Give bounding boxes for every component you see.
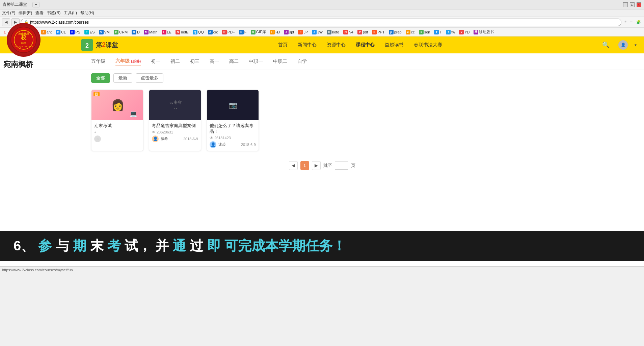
- grade-6[interactable]: 六年级 (必修): [115, 57, 141, 66]
- nav-reading[interactable]: 益超读书: [385, 41, 404, 49]
- bm-jw[interactable]: JJW: [310, 29, 324, 35]
- filter-all[interactable]: 全部: [91, 73, 110, 83]
- course-thumb-2: 云南省 • •: [149, 90, 201, 120]
- website-content: 2 第2课堂 首页 新闻中心 资源中心 课程中心 益超读书 春联书法大赛 🔍 👤…: [0, 36, 644, 266]
- maximize-btn[interactable]: □: [630, 2, 635, 7]
- cartoon-icon: 👩: [111, 99, 125, 112]
- bm-ps[interactable]: PPS: [68, 29, 82, 35]
- course-date-3: 2018-6-9: [241, 143, 256, 147]
- bm-math[interactable]: MMath: [142, 29, 159, 35]
- titlebar-right: — □ ×: [623, 2, 641, 7]
- bm-yd[interactable]: YYD: [457, 29, 471, 35]
- bm-crm[interactable]: CCRM: [112, 29, 129, 35]
- menu-dots-icon[interactable]: ⋯: [629, 20, 635, 25]
- course-author-2: 👤 薇希 2018-6-9: [152, 135, 198, 142]
- bm-wd[interactable]: WWD: [8, 29, 23, 35]
- close-btn[interactable]: ×: [637, 2, 641, 7]
- bm-hj[interactable]: HHJ: [268, 29, 281, 35]
- bm-es[interactable]: EES: [83, 29, 97, 35]
- bm-sen[interactable]: ssen: [417, 29, 432, 35]
- grade-voc1[interactable]: 中职一: [249, 57, 263, 66]
- banner-text11: 可完成本学期任务！: [224, 238, 346, 253]
- bm-jp[interactable]: JJP: [296, 29, 310, 35]
- bm-le[interactable]: LLE: [160, 29, 173, 35]
- bm-tw[interactable]: ttw: [444, 29, 457, 35]
- bm-d[interactable]: DD: [130, 29, 141, 35]
- current-page-btn[interactable]: 1: [300, 161, 309, 170]
- prev-page-btn[interactable]: ◀: [289, 161, 298, 170]
- back-btn[interactable]: ◀: [2, 18, 10, 26]
- url-input[interactable]: [30, 20, 618, 25]
- author-name-3: 沐裘: [218, 142, 226, 147]
- bm-cc[interactable]: ccc: [404, 29, 417, 35]
- bm-wc[interactable]: WWC: [24, 29, 38, 35]
- bm-jlpt[interactable]: Jjlpt: [282, 29, 296, 35]
- menu-help[interactable]: 帮助(H): [80, 10, 94, 16]
- menu-tools[interactable]: 工具(L): [64, 10, 77, 16]
- forward-btn[interactable]: ▶: [11, 18, 20, 26]
- bm-ppt[interactable]: PPPT: [370, 29, 386, 35]
- bm-qq[interactable]: QQQ: [191, 29, 206, 35]
- course-card-1[interactable]: 👩 💻 🖼 期末考试 ● ○: [91, 90, 143, 151]
- bm-ant[interactable]: aant: [39, 29, 53, 35]
- new-tab-btn[interactable]: +: [32, 2, 39, 7]
- nav-calligraphy[interactable]: 春联书法大赛: [414, 41, 442, 49]
- province-text: 云南省: [169, 100, 182, 105]
- search-icon[interactable]: 🔍: [602, 41, 610, 49]
- bm-mobile[interactable]: 移移动版书: [472, 29, 495, 35]
- menu-bookmarks[interactable]: 书签(B): [47, 10, 60, 16]
- nav-resources[interactable]: 资源中心: [327, 41, 346, 49]
- minimize-btn[interactable]: —: [623, 2, 628, 7]
- dropdown-arrow-icon[interactable]: ▼: [634, 43, 637, 47]
- next-page-btn[interactable]: ▶: [312, 161, 321, 170]
- grade-senior2[interactable]: 高二: [229, 57, 239, 66]
- filter-popular[interactable]: 点击最多: [136, 73, 163, 83]
- grade-junior3[interactable]: 初三: [190, 57, 199, 66]
- menu-bar: 文件(F) 编辑(E) 查看 书签(B) 工具(L) 帮助(H): [0, 9, 644, 17]
- bm-pdf-big[interactable]: PPDF: [220, 29, 237, 35]
- views-count-3: 26181423: [214, 136, 231, 140]
- course-author-1: ○: [94, 135, 140, 142]
- filter-latest[interactable]: 最新: [113, 73, 132, 83]
- grade-junior2[interactable]: 初二: [170, 57, 180, 66]
- bm-gif[interactable]: GGIF库: [249, 29, 268, 35]
- bm-1[interactable]: 1: [2, 29, 7, 35]
- bm-f[interactable]: FF: [237, 29, 248, 35]
- grade-voc2[interactable]: 中职二: [273, 57, 287, 66]
- logo-area: 2 第2课堂: [81, 39, 118, 51]
- page-jump-input[interactable]: [335, 162, 348, 170]
- course-card-3[interactable]: 📷 他们怎么了？请远离毒品！ 👁 26181423 👤 沐裘 2018-6-9: [207, 90, 259, 151]
- extension-icon[interactable]: 🧩: [635, 20, 642, 25]
- bm-koto[interactable]: kkoto: [325, 29, 341, 35]
- nav-courses[interactable]: 课程中心: [356, 41, 375, 49]
- menu-view[interactable]: 查看: [35, 10, 44, 16]
- avatar-icon: 👤: [621, 43, 626, 47]
- user-avatar[interactable]: 👤: [618, 40, 628, 50]
- address-bar[interactable]: 🔒: [21, 19, 621, 26]
- bm-pdf[interactable]: Ppdf: [356, 29, 370, 35]
- bm-nete[interactable]: NnetE: [174, 29, 190, 35]
- menu-edit[interactable]: 编辑(E): [19, 10, 32, 16]
- menu-file[interactable]: 文件(F): [2, 10, 15, 16]
- bm-dic[interactable]: ddic: [206, 29, 220, 35]
- bm-vm[interactable]: VVM: [97, 29, 112, 35]
- grade-5[interactable]: 五年级: [91, 57, 105, 66]
- grade-junior1[interactable]: 初一: [151, 57, 160, 66]
- bm-t[interactable]: TT: [432, 29, 444, 35]
- course-views-3: 👁 26181423: [210, 136, 256, 140]
- author-avatar-1: ○: [94, 135, 101, 142]
- filter-bar: 全部 最新 点击最多: [0, 70, 644, 86]
- bm-cl[interactable]: CCL: [54, 29, 68, 35]
- page-unit: 页: [351, 163, 355, 169]
- course-author-3: 👤 沐裘 2018-6-9: [210, 141, 256, 148]
- bm-n4[interactable]: NN4: [342, 29, 355, 35]
- grade-nav: 五年级 六年级 (必修) 初一 初二 初三 高一 高二 中职一 中职二 自学: [0, 53, 644, 70]
- bm-prep[interactable]: pprep: [387, 29, 403, 35]
- nav-news[interactable]: 新闻中心: [298, 41, 317, 49]
- bookmark-star-icon[interactable]: ☆: [623, 20, 628, 25]
- grade-self[interactable]: 自学: [297, 57, 307, 66]
- views-count-2: 28620631: [157, 130, 173, 134]
- nav-home[interactable]: 首页: [278, 41, 288, 49]
- grade-senior1[interactable]: 高一: [210, 57, 219, 66]
- course-card-2[interactable]: 云南省 • • 毒品危害家庭典型案例 👁 28620631 👤 薇希 2018-…: [149, 90, 201, 151]
